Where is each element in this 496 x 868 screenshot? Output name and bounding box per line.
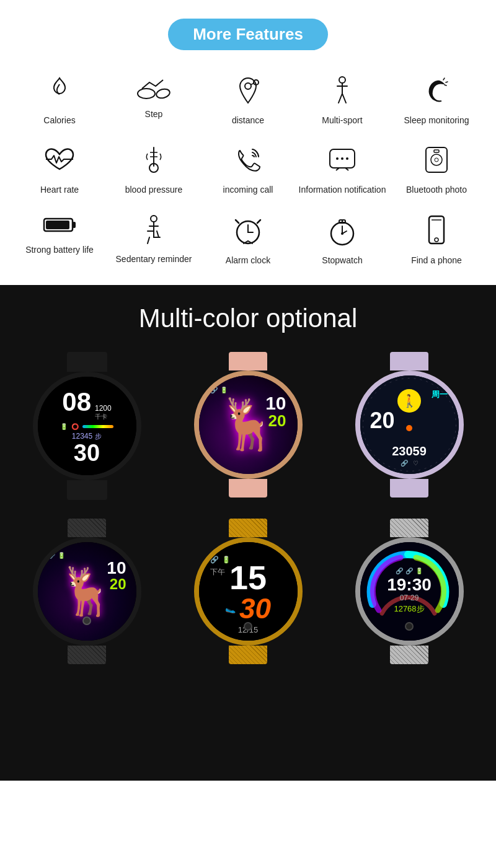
distance-icon — [232, 75, 264, 110]
svg-point-2 — [245, 83, 251, 89]
watch-silver-mesh: 🔗 🔗 🔋 19:30 07-29 12768步 — [335, 519, 484, 664]
calories-label: Calories — [43, 115, 75, 126]
multisport-icon — [330, 75, 355, 110]
watch-pink-silicone: 🦌 10 20 🔗 🔋 — [174, 352, 322, 500]
svg-point-8 — [341, 157, 343, 160]
feature-distance: distance — [201, 69, 295, 132]
svg-point-12 — [435, 158, 438, 162]
svg-point-21 — [341, 232, 343, 235]
battery-icon — [43, 214, 77, 239]
feature-sedentary: Sedentary reminder — [107, 208, 201, 272]
heartrate-icon — [43, 144, 77, 179]
features-grid: Calories Step distance — [12, 69, 484, 273]
distance-label: distance — [232, 115, 264, 126]
colors-section: Multi-color optional 08 1200 千卡 🔋 ⭕ — [0, 285, 496, 781]
stopwatch-label: Stopwatch — [322, 255, 362, 266]
feature-calories: Calories — [12, 69, 107, 132]
feature-step: Step — [107, 69, 201, 132]
alarm-label: Alarm clock — [226, 255, 270, 266]
watch-gold-mesh: 🔗 🔋 下午 15 🥿 30 12/15 — [174, 519, 322, 664]
feature-sleep: Sleep monitoring — [389, 69, 484, 132]
sleep-icon — [420, 75, 454, 110]
bluetooth-label: Bluetooth photo — [406, 184, 467, 195]
multisport-label: Multi-sport — [322, 115, 362, 126]
findphone-label: Find a phone — [411, 255, 462, 266]
svg-rect-10 — [426, 147, 447, 172]
feature-infonotify: Information notification — [295, 138, 389, 201]
svg-rect-15 — [73, 222, 76, 228]
incomingcall-label: incoming call — [223, 184, 273, 195]
bloodpressure-label: blood pressure — [125, 184, 183, 195]
feature-multisport: Multi-sport — [295, 69, 389, 132]
svg-point-23 — [435, 238, 438, 242]
watches-grid: 08 1200 千卡 🔋 ⭕ 12345 步 — [12, 352, 484, 664]
battery-label: Strong battery life — [25, 244, 94, 255]
feature-bloodpressure: blood pressure — [107, 138, 201, 201]
incomingcall-icon — [232, 144, 264, 179]
step-icon — [137, 75, 171, 103]
heartrate-label: Heart rate — [40, 184, 79, 195]
bloodpressure-icon — [141, 144, 166, 179]
more-features-badge: More Features — [168, 19, 328, 50]
feature-heartrate: Heart rate — [12, 138, 107, 201]
svg-point-17 — [151, 216, 157, 222]
findphone-icon — [424, 214, 449, 250]
bluetooth-icon — [421, 144, 452, 179]
svg-point-0 — [138, 89, 155, 99]
feature-alarm: Alarm clock — [201, 208, 295, 272]
feature-incomingcall: incoming call — [201, 138, 295, 201]
infonotify-label: Information notification — [299, 184, 386, 195]
features-section: More Features Calories Step — [0, 0, 496, 285]
svg-point-7 — [336, 157, 339, 160]
feature-battery: Strong battery life — [12, 208, 107, 272]
svg-rect-13 — [434, 150, 439, 152]
sedentary-label: Sedentary reminder — [116, 253, 192, 265]
step-label: Step — [145, 108, 163, 120]
sleep-label: Sleep monitoring — [404, 115, 469, 126]
svg-point-11 — [431, 154, 442, 165]
svg-point-4 — [339, 77, 345, 83]
stopwatch-icon — [327, 214, 358, 250]
watch-purple-silicone: 🚶 周一 20 23059 🔗 ♡ — [335, 352, 484, 500]
infonotify-icon — [327, 144, 358, 179]
watch-black-mesh: 🦌 10 20 🔗 🔋 — [12, 519, 161, 664]
multi-color-title: Multi-color optional — [12, 304, 484, 333]
svg-point-1 — [155, 87, 170, 99]
svg-rect-16 — [46, 221, 69, 229]
alarm-icon — [232, 214, 264, 250]
feature-stopwatch: Stopwatch — [295, 208, 389, 272]
sedentary-icon — [138, 214, 169, 248]
watch-black-silicone: 08 1200 千卡 🔋 ⭕ 12345 步 — [12, 352, 161, 500]
calories-icon — [44, 75, 75, 110]
feature-findphone: Find a phone — [389, 208, 484, 272]
feature-bluetooth: Bluetooth photo — [389, 138, 484, 201]
svg-point-9 — [346, 157, 348, 160]
